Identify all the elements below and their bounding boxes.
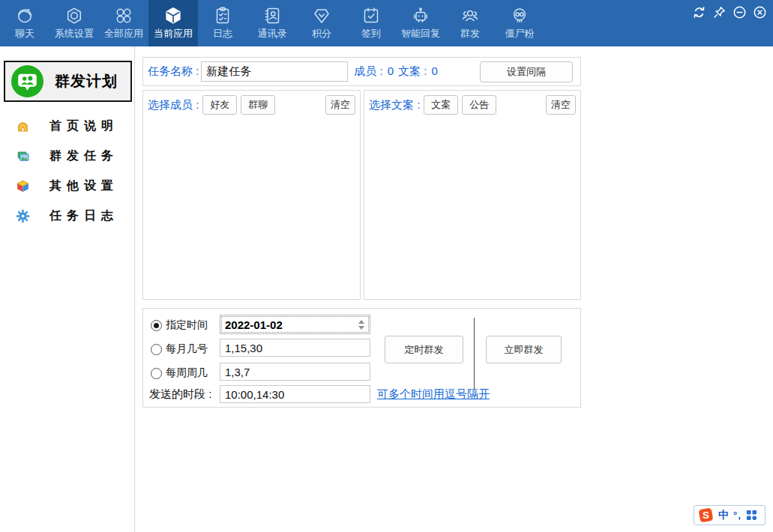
ime-grid-icon[interactable] <box>746 510 757 521</box>
members-panel-label: 选择成员 : <box>148 98 199 112</box>
tab-checkin[interactable]: 签到 <box>346 0 396 46</box>
pin-icon[interactable] <box>712 5 727 19</box>
schedule-option-specified-time: 指定时间 <box>151 316 208 334</box>
tab-label: 日志 <box>213 27 232 40</box>
task-stats: 成员 : 0 文案 : 0 <box>354 64 437 79</box>
friends-button[interactable]: 好友 <box>202 95 237 115</box>
copy-button[interactable]: 文案 <box>424 95 458 115</box>
copy-panel: 选择文案 : 文案 公告 清空 <box>364 90 581 300</box>
tab-contacts[interactable]: 通讯录 <box>247 0 297 46</box>
tab-points[interactable]: 积分 <box>297 0 346 46</box>
sidebar-item-home-guide[interactable]: 首页说明 <box>0 111 134 141</box>
home-icon <box>16 119 30 133</box>
members-panel-header: 选择成员 : 好友 群聊 清空 <box>143 91 360 115</box>
option-label: 每周周几 <box>166 366 208 380</box>
timed-send-button[interactable]: 定时群发 <box>385 336 463 363</box>
sidebar-item-label: 群发任务 <box>49 148 118 164</box>
tab-label: 通讯录 <box>258 27 287 40</box>
tab-label: 群发 <box>460 27 480 40</box>
tab-journal[interactable]: 日志 <box>198 0 247 46</box>
ime-punctuation-toggle[interactable]: °, <box>733 510 742 521</box>
window-controls <box>692 5 767 19</box>
members-count-value: 0 <box>388 64 394 79</box>
spinner-up-icon[interactable] <box>358 320 364 324</box>
chat-icon <box>15 6 34 25</box>
tab-label: 智能回复 <box>401 27 440 40</box>
top-toolbar: 聊天 系统设置 全部应用 当前应用 日志 <box>0 0 773 46</box>
svg-text:S: S <box>703 510 709 521</box>
tab-chat[interactable]: 聊天 <box>0 0 49 46</box>
notice-button[interactable]: 公告 <box>462 95 496 115</box>
members-list-area[interactable] <box>143 115 360 294</box>
smart-reply-icon <box>411 6 430 25</box>
copy-panel-label: 选择文案 : <box>369 98 420 112</box>
copy-panel-header: 选择文案 : 文案 公告 清空 <box>364 91 580 115</box>
copy-count-label: 文案 : <box>398 64 427 79</box>
monthly-radio[interactable] <box>151 344 162 355</box>
tab-label: 全部应用 <box>104 27 143 40</box>
tab-system-settings[interactable]: 系统设置 <box>49 0 99 46</box>
tab-current-app[interactable]: 当前应用 <box>148 0 198 46</box>
tab-mass-send[interactable]: 群发 <box>445 0 495 46</box>
option-label: 每月几号 <box>166 342 208 356</box>
schedule-box: 指定时间 2022-01-02 每月几号 每周周几 发送的时段 : 可多个时间用… <box>142 308 581 408</box>
task-log-icon <box>16 209 30 223</box>
app-badge: 群发计划 <box>4 61 132 102</box>
sidebar-item-task-log[interactable]: 任务日志 <box>0 201 134 231</box>
clear-copy-button[interactable]: 清空 <box>546 95 576 115</box>
group-chat-icon <box>10 64 44 98</box>
sidebar-item-mass-tasks[interactable]: 群发任务 <box>0 141 134 171</box>
tab-zombie-fans[interactable]: 僵尸粉 <box>495 0 544 46</box>
time-hint-link[interactable]: 可多个时间用逗号隔开 <box>377 387 490 402</box>
app-title: 群发计划 <box>55 71 118 91</box>
sidebar-item-label: 其他设置 <box>49 178 118 194</box>
all-apps-icon <box>114 6 133 25</box>
tab-label: 僵尸粉 <box>505 27 535 40</box>
refresh-icon[interactable] <box>692 5 706 19</box>
date-input-wrap: 2022-01-02 <box>220 315 370 334</box>
schedule-option-weekly: 每周周几 <box>151 364 208 382</box>
tab-all-apps[interactable]: 全部应用 <box>99 0 148 46</box>
journal-icon <box>213 6 232 25</box>
specified-time-radio[interactable] <box>151 320 162 331</box>
copy-list-area[interactable] <box>364 115 580 294</box>
spinner-down-icon[interactable] <box>358 326 364 330</box>
instant-send-button[interactable]: 立即群发 <box>486 336 562 363</box>
members-count-label: 成员 : <box>354 64 382 79</box>
zombie-fans-icon <box>510 6 529 25</box>
weekly-radio[interactable] <box>151 368 162 379</box>
sidebar-item-other-settings[interactable]: 其他设置 <box>0 171 134 201</box>
clear-members-button[interactable]: 清空 <box>325 95 355 115</box>
group-chats-button[interactable]: 群聊 <box>241 95 275 115</box>
tab-smart-reply[interactable]: 智能回复 <box>396 0 445 46</box>
specified-date-input[interactable]: 2022-01-02 <box>220 318 355 331</box>
schedule-option-monthly: 每月几号 <box>151 340 208 358</box>
send-period-input[interactable] <box>220 385 370 403</box>
points-icon <box>312 6 331 25</box>
ime-language-toggle[interactable]: 中 <box>718 509 729 522</box>
sidebar-item-label: 任务日志 <box>49 208 118 224</box>
tab-label: 签到 <box>361 27 381 40</box>
tab-label: 积分 <box>312 27 331 40</box>
task-name-input[interactable] <box>201 61 348 82</box>
tasks-icon <box>16 149 30 163</box>
members-panel: 选择成员 : 好友 群聊 清空 <box>142 90 361 300</box>
sogou-logo-icon[interactable]: S <box>698 507 714 523</box>
tab-label: 聊天 <box>15 27 34 40</box>
contacts-icon <box>262 6 282 25</box>
checkin-icon <box>361 6 381 25</box>
task-name-label: 任务名称 : <box>148 64 199 79</box>
minimize-icon[interactable] <box>733 5 747 19</box>
copy-count-value: 0 <box>431 64 437 79</box>
current-app-icon <box>163 6 183 25</box>
system-settings-icon <box>64 6 84 25</box>
date-spinner[interactable] <box>355 320 370 330</box>
close-icon[interactable] <box>753 5 767 19</box>
sidebar-item-label: 首页说明 <box>49 118 118 134</box>
mass-send-icon <box>460 6 480 25</box>
option-label: 指定时间 <box>166 318 208 332</box>
monthly-days-input[interactable] <box>220 339 370 357</box>
weekly-days-input[interactable] <box>220 363 370 381</box>
set-interval-button[interactable]: 设置间隔 <box>480 61 573 82</box>
tab-label: 系统设置 <box>55 27 94 40</box>
